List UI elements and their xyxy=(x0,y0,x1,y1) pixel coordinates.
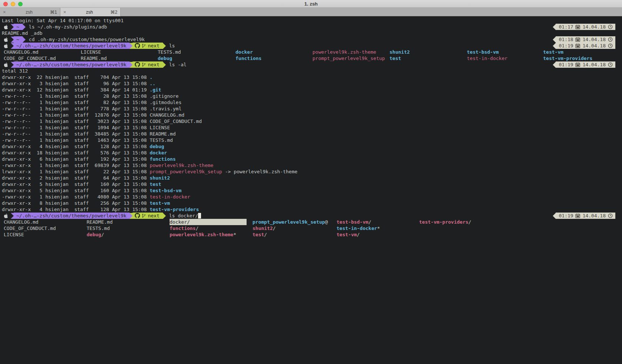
file-name: prompt_powerlevel9k_setup xyxy=(312,55,385,61)
completion-item[interactable]: test-in-docker* xyxy=(337,225,380,231)
dir-name: functions xyxy=(150,156,175,162)
completion-menu-row: LICENSE debug/ powerlevel9k.zsh-theme* t… xyxy=(2,231,622,238)
ls-al-row: -rw-r--r-- 1 hsienjan staff 28 Apr 13 15… xyxy=(2,93,622,99)
powerline-separator xyxy=(130,43,133,49)
terminal[interactable]: Last login: Sat Apr 14 01:17:00 on ttys0… xyxy=(0,16,622,364)
powerline-separator xyxy=(11,37,14,43)
completion-menu-row: CODE_OF_CONDUCT.md TESTS.md functions/ s… xyxy=(2,225,622,231)
file-name: LICENSE xyxy=(150,124,170,131)
tab-shortcut: ⌘1 xyxy=(50,10,57,15)
clock-icon xyxy=(608,213,613,218)
ls-al-row: drwxr-xr-x 12 hsienjan staff 384 Apr 14 … xyxy=(2,87,622,93)
dir-name: functions xyxy=(235,55,261,61)
completion-item[interactable]: test-bsd-vm/ xyxy=(337,219,371,225)
powerline-separator xyxy=(163,62,166,68)
file-type-suffix: @ xyxy=(325,219,328,225)
completion-item-selected[interactable]: docker/ xyxy=(170,219,247,225)
prompt-path-segment: ~/.oh-…-zsh/custom/themes/powerlevel9k xyxy=(14,213,130,219)
prompt-path-segment: ~ xyxy=(14,24,23,30)
prompt-time: 01:19 xyxy=(559,213,573,219)
apple-icon xyxy=(2,43,11,49)
dir-name: .git xyxy=(150,87,161,93)
git-branch-name: next xyxy=(148,43,159,49)
file-type-suffix: / xyxy=(357,232,360,237)
completion-menu-row: CHANGELOG.md README.md docker/ prompt_po… xyxy=(2,219,622,225)
output-line: total 312 xyxy=(2,68,622,74)
ls-al-row: -rw-r--r-- 1 hsienjan staff 778 Apr 13 1… xyxy=(2,106,622,112)
completion-item[interactable]: prompt_powerlevel9k_setup@ xyxy=(253,219,328,225)
prompt-time: 01:19 xyxy=(559,43,573,49)
clock-icon xyxy=(608,37,613,42)
completion-item[interactable]: debug/ xyxy=(87,231,104,238)
right-prompt: 01:19 14.04.18 xyxy=(553,43,615,49)
file-name: test-in-docker xyxy=(467,55,508,61)
dir-name: .. xyxy=(150,80,156,87)
completion-item[interactable]: CHANGELOG.md xyxy=(4,219,39,225)
prompt-line-current: ~/.oh-…-zsh/custom/themes/powerlevel9k n… xyxy=(2,213,622,219)
ls-al-row: -rwxr-xr-x 1 hsienjan staff 69839 Apr 13… xyxy=(2,162,622,168)
ls-output-row: CODE_OF_CONDUCT.md README.md debug funct… xyxy=(2,55,622,61)
prompt-time: 01:18 xyxy=(559,36,573,43)
terminal-cursor xyxy=(198,213,201,218)
command-text: ls ~/.oh-my-zsh/plugins/adb xyxy=(29,24,107,30)
calendar-icon xyxy=(575,37,580,42)
powerline-separator xyxy=(553,62,556,68)
github-octocat-icon xyxy=(135,213,140,218)
completion-item[interactable]: test-vm-providers/ xyxy=(419,219,471,225)
close-icon[interactable]: × xyxy=(3,9,8,15)
file-name: TESTS.md xyxy=(150,137,173,143)
apple-icon xyxy=(2,36,11,43)
prompt-line: ~ cd .oh-my-zsh/custom/themes/powerlevel… xyxy=(2,36,622,43)
ls-al-row: drwxr-xr-x 5 hsienjan staff 160 Apr 13 1… xyxy=(2,187,622,194)
ls-al-row: drwxr-xr-x 6 hsienjan staff 192 Apr 13 1… xyxy=(2,156,622,162)
calendar-icon xyxy=(575,62,580,67)
powerline-separator xyxy=(11,213,14,219)
command-text: ls -al xyxy=(169,61,187,68)
dir-name: test xyxy=(389,55,401,61)
completion-item[interactable]: powerlevel9k.zsh-theme* xyxy=(170,231,236,238)
window-title: 1. zsh xyxy=(0,0,622,8)
ls-al-row: drwxr-xr-x 4 hsienjan staff 128 Apr 13 1… xyxy=(2,143,622,150)
file-name: powerlevel9k.zsh-theme xyxy=(312,49,376,55)
dir-name: test xyxy=(150,181,161,187)
ls-output-row: CHANGELOG.md LICENSE TESTS.md docker pow… xyxy=(2,49,622,55)
completion-item[interactable]: test/ xyxy=(253,231,267,238)
file-name: .gitmodules xyxy=(150,99,181,106)
completion-item[interactable]: LICENSE xyxy=(4,231,24,238)
git-branch-icon xyxy=(142,43,146,48)
completion-item[interactable]: test-vm/ xyxy=(337,231,360,238)
file-name: CHANGELOG.md xyxy=(150,112,184,118)
file-type-suffix: * xyxy=(233,232,236,237)
git-branch-name: next xyxy=(148,213,159,219)
prompt-path-segment: ~/.oh-…-zsh/custom/themes/powerlevel9k xyxy=(14,61,130,68)
tab-zsh-1[interactable]: × zsh ⌘1 xyxy=(0,8,60,16)
powerline-separator xyxy=(553,43,556,49)
ls-al-row: -rw-r--r-- 1 hsienjan staff 38485 Apr 13… xyxy=(2,131,622,137)
prompt-path-segment: ~ xyxy=(14,36,23,43)
completion-item[interactable]: shunit2/ xyxy=(253,225,276,231)
tab-label: zsh xyxy=(68,10,110,15)
command-input[interactable]: ls docker/ xyxy=(169,213,198,219)
prompt-date: 14.04.18 xyxy=(582,61,606,68)
file-name: CODE_OF_CONDUCT.md xyxy=(150,118,202,124)
tab-zsh-2[interactable]: × zsh ⌘2 xyxy=(60,8,121,16)
powerline-separator xyxy=(163,213,166,219)
completion-item[interactable]: TESTS.md xyxy=(87,225,110,231)
clock-icon xyxy=(608,24,613,29)
dir-name: test-vm xyxy=(150,200,170,206)
prompt-date: 14.04.18 xyxy=(582,24,606,30)
git-status-segment: next xyxy=(133,213,163,219)
tab-shortcut: ⌘2 xyxy=(110,10,117,15)
right-prompt: 01:18 14.04.18 xyxy=(553,36,615,43)
calendar-icon xyxy=(575,43,580,48)
completion-item[interactable]: README.md xyxy=(87,219,113,225)
completion-item[interactable]: CODE_OF_CONDUCT.md xyxy=(4,225,56,231)
dir-name: test-vm-providers xyxy=(150,206,199,213)
file-type-suffix: / xyxy=(368,219,371,225)
powerline-separator xyxy=(11,24,14,30)
dir-name: test-bsd-vm xyxy=(467,49,499,55)
close-icon[interactable]: × xyxy=(63,9,68,15)
ls-al-row: -rw-r--r-- 1 hsienjan staff 82 Apr 13 15… xyxy=(2,99,622,106)
ls-al-row: drwxr-xr-x 18 hsienjan staff 576 Apr 13 … xyxy=(2,150,622,156)
completion-item[interactable]: functions/ xyxy=(170,225,198,231)
